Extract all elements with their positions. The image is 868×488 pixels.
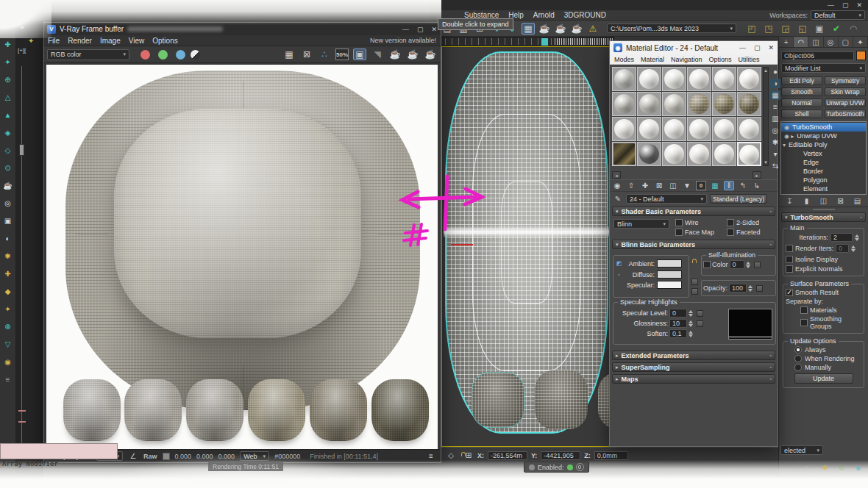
save-image-icon[interactable]: ▦ xyxy=(282,49,296,60)
modifier-stack-item[interactable]: ◉ ▸ Unwrap UVW xyxy=(781,132,866,140)
menu-item[interactable]: Material xyxy=(641,56,664,63)
modifier-stack-item[interactable]: ◉ TurboSmooth xyxy=(781,123,866,132)
options-icon[interactable]: ✱ xyxy=(770,137,780,147)
toolbar-tool-icon[interactable]: ☕ xyxy=(3,181,13,190)
soften-spinner[interactable] xyxy=(689,331,695,337)
red-channel-icon[interactable] xyxy=(140,50,150,60)
toolbar-tool-icon[interactable]: ✚ xyxy=(3,40,13,49)
maxscript-mini-listener[interactable] xyxy=(0,443,118,459)
material-name-dropdown[interactable]: 24 - Default▾ xyxy=(626,194,707,204)
modifier-stack-item[interactable]: ▾ Editable Poly xyxy=(781,140,866,149)
tray-icon[interactable]: ✱ xyxy=(819,463,830,473)
sample-uv-tiling-icon[interactable]: ≡ xyxy=(770,102,780,112)
menu-item[interactable]: Navigation xyxy=(671,56,702,63)
new-version-link[interactable]: New version available! xyxy=(370,37,441,44)
rollout-turbosmooth[interactable]: ▾TurboSmooth▪ xyxy=(781,212,866,222)
rollout-collapsed[interactable]: ▸SuperSampling▪ xyxy=(612,362,775,372)
remove-modifier-icon[interactable]: ⊠ xyxy=(836,196,846,206)
channel-dropdown[interactable]: RGB color▾ xyxy=(47,49,129,60)
material-id-icon[interactable]: 0 xyxy=(696,181,706,190)
self-illum-color-checkbox[interactable] xyxy=(703,261,711,268)
toolbar-tool-icon[interactable]: ✦ xyxy=(3,57,13,67)
material-swatch[interactable] xyxy=(612,67,636,91)
rollout-blinn-basic-parameters[interactable]: ▾Blinn Basic Parameters▪ xyxy=(612,240,775,249)
glossiness-spinner[interactable] xyxy=(689,320,695,327)
window-minimize-button[interactable]: — xyxy=(828,1,834,9)
render-last-icon[interactable]: ☕ xyxy=(388,49,402,60)
material-swatch[interactable] xyxy=(737,117,761,141)
glossiness-map-button[interactable] xyxy=(697,320,703,327)
sss-map-icon[interactable]: ◩ xyxy=(615,259,623,268)
object-name-field[interactable]: Object006 xyxy=(781,51,854,60)
put-to-scene-icon[interactable]: ⇧ xyxy=(626,181,636,190)
modifier-button[interactable]: Smooth xyxy=(781,87,822,96)
eye-icon[interactable]: ◉ xyxy=(784,124,789,131)
shader-type-dropdown[interactable]: Blinn▾ xyxy=(613,219,669,229)
radio[interactable] xyxy=(794,346,802,354)
specular-level-map-button[interactable] xyxy=(697,310,703,317)
menu-item[interactable]: Options xyxy=(709,56,732,63)
x-coordinate-field[interactable]: -261,554m xyxy=(488,451,527,460)
material-swatch[interactable] xyxy=(687,117,711,141)
render-iters-checkbox[interactable] xyxy=(786,245,793,252)
assign-to-selection-icon[interactable]: ✚ xyxy=(640,181,650,190)
isoline-display-checkbox[interactable] xyxy=(786,256,793,263)
eye-icon[interactable]: ◉ ▸ xyxy=(784,133,794,140)
material-swatch[interactable] xyxy=(612,117,636,141)
materials-checkbox[interactable] xyxy=(800,306,808,314)
modifier-button[interactable]: Skin Wrap xyxy=(825,87,866,96)
open-file-icon[interactable]: ◳ xyxy=(762,23,775,35)
enabled-count[interactable]: 0 xyxy=(576,463,584,471)
menu-item[interactable]: Utilities xyxy=(739,56,760,63)
material-swatch[interactable] xyxy=(637,92,661,116)
workspaces-dropdown[interactable]: Default▾ xyxy=(811,10,865,20)
render-production-icon[interactable]: ☕ xyxy=(554,23,567,35)
shader-flag-checkbox[interactable]: Wire xyxy=(675,219,722,226)
scroll-left-button[interactable]: ◂ xyxy=(612,171,621,179)
material-swatch[interactable] xyxy=(662,117,686,141)
opacity-map-button[interactable] xyxy=(756,285,763,292)
glossiness-field[interactable]: 10 xyxy=(669,319,687,328)
render-iters-field[interactable]: 0 xyxy=(836,244,849,253)
material-swatch[interactable] xyxy=(662,142,686,166)
radio-option[interactable]: Always xyxy=(794,346,861,354)
clear-image-icon[interactable]: ⊠ xyxy=(300,49,313,60)
tray-icon[interactable]: ¹ xyxy=(803,463,813,473)
backlight-icon[interactable]: ◑ xyxy=(770,79,780,88)
material-swatch[interactable] xyxy=(687,67,711,91)
show-end-result-icon[interactable]: ▮ xyxy=(802,196,812,206)
put-to-library-icon[interactable]: ▼ xyxy=(682,181,692,190)
close-button[interactable]: ✕ xyxy=(431,26,437,33)
map-slot-icon[interactable]: ▫ xyxy=(615,270,623,279)
modifier-button[interactable]: Shell xyxy=(781,110,822,118)
toolbar-tool-icon[interactable]: △ xyxy=(3,93,13,102)
render-iters-spinner[interactable] xyxy=(851,245,858,252)
region-render-icon[interactable]: ▣ xyxy=(353,49,366,60)
tab-motion[interactable]: ◎ xyxy=(824,37,839,47)
autobackup-icon[interactable]: ▣ xyxy=(813,23,826,35)
scroll-down-icon[interactable]: ▼ xyxy=(764,160,768,165)
radio-option[interactable]: Manually xyxy=(794,364,861,371)
iterations-field[interactable]: 2 xyxy=(830,233,853,242)
material-swatch[interactable] xyxy=(637,117,661,141)
material-swatch[interactable] xyxy=(662,67,686,91)
material-swatch[interactable] xyxy=(637,67,661,91)
toolbar-tool-icon[interactable]: ⊗ xyxy=(3,322,13,331)
specular-map-button[interactable] xyxy=(691,288,698,295)
toolbar-tool-icon[interactable]: ◈ xyxy=(3,128,13,137)
toolbar-tool-icon[interactable]: ▣ xyxy=(3,216,13,226)
rollout-collapsed[interactable]: ▸Maps▪ xyxy=(612,374,775,384)
make-unique-icon[interactable]: ◫ xyxy=(819,196,829,206)
render-history-icon[interactable]: ☕ xyxy=(406,49,419,60)
window-close-button[interactable]: ✕ xyxy=(856,1,862,9)
modifier-button[interactable]: Normal xyxy=(781,98,822,107)
smoothing-groups-checkbox[interactable] xyxy=(800,319,808,326)
vertical-slider-handle[interactable] xyxy=(19,144,24,156)
show-end-result-icon[interactable]: ‖ xyxy=(724,181,734,190)
material-editor-titlebar[interactable]: ◉ Material Editor - 24 - Default — ▢ ✕ xyxy=(610,41,778,54)
green-channel-icon[interactable] xyxy=(158,50,168,60)
vertical-slider-track[interactable] xyxy=(21,66,22,448)
warning-icon[interactable]: ⚠ xyxy=(586,23,600,35)
shader-flag-checkbox[interactable]: Face Map xyxy=(675,229,722,236)
selection-filter-dropdown[interactable]: elected▾ xyxy=(780,445,823,455)
